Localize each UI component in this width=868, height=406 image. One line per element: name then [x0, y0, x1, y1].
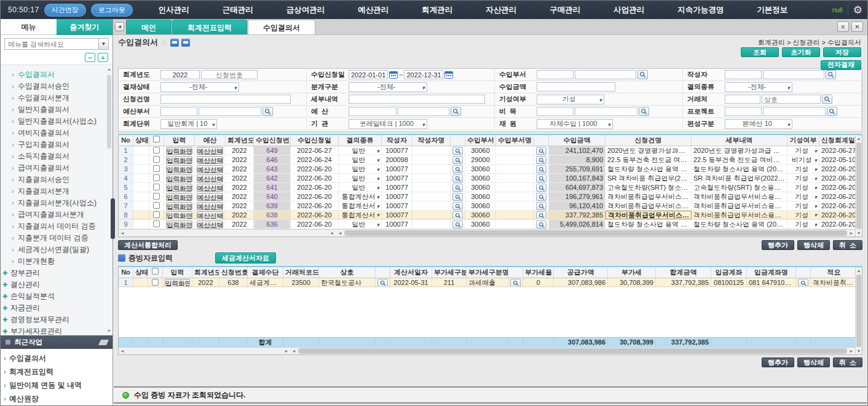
column-header[interactable]: 신청번호	[219, 267, 248, 278]
search-icon[interactable]	[452, 211, 463, 219]
sidebar-item[interactable]: 수입결의서	[1, 69, 112, 80]
column-header[interactable]: 입력	[164, 135, 195, 146]
completion-select[interactable]: 기성	[787, 211, 819, 219]
checkbox-cell[interactable]	[149, 174, 164, 182]
input-screen-button[interactable]: 입력화면	[164, 165, 195, 173]
scroll-right-icon[interactable]: ►	[283, 348, 290, 354]
search-cell[interactable]	[534, 165, 549, 173]
row-checkbox[interactable]	[153, 156, 160, 163]
completion-select[interactable]: 기성	[537, 95, 604, 104]
cancel-button[interactable]: 취 소	[833, 357, 862, 367]
agency-select[interactable]: 코레일테크 | 1000	[349, 119, 427, 129]
table-row[interactable]: 2입력화면예산선택20226462022-06-24일반200098290008…	[119, 155, 855, 165]
row-checkbox[interactable]	[153, 184, 160, 190]
checkbox-cell[interactable]	[149, 183, 164, 192]
column-header[interactable]	[376, 267, 390, 278]
vertical-scrollbar[interactable]: ▲ ▼	[855, 135, 862, 236]
completion-select[interactable]: 기성	[787, 220, 819, 228]
column-header[interactable]: 거래처코드	[283, 267, 319, 278]
column-header[interactable]: 신청건명	[606, 135, 692, 146]
writer-name-input[interactable]	[763, 70, 824, 79]
request-title-input[interactable]	[160, 95, 291, 104]
search-icon[interactable]	[536, 221, 546, 228]
table-row[interactable]: 6입력화면예산선택20226402022-06-20통합계산서100077300…	[119, 192, 855, 201]
column-header[interactable]	[149, 135, 164, 146]
project-name-input[interactable]	[763, 107, 826, 116]
scrollbar-thumb[interactable]	[856, 275, 861, 347]
cell-request-no[interactable]: 639	[254, 201, 291, 210]
expense-item-name-input[interactable]	[575, 107, 637, 116]
checkbox-cell[interactable]	[148, 278, 163, 287]
decision-type-select[interactable]: 일반	[339, 183, 382, 192]
budget-select-button[interactable]: 예산선택	[195, 165, 226, 173]
search-icon[interactable]	[452, 202, 463, 210]
decision-type-select[interactable]: 통합계산서	[339, 201, 382, 210]
expense-item-code-input[interactable]	[537, 107, 574, 116]
column-header[interactable]: No	[119, 135, 133, 146]
save-button[interactable]: 저장	[823, 47, 861, 57]
decision-type-select[interactable]: 일반	[339, 146, 382, 155]
row-checkbox[interactable]	[153, 165, 160, 172]
cell-request-no[interactable]: 638	[254, 211, 291, 219]
request-number-input[interactable]	[201, 70, 258, 79]
search-cell[interactable]	[534, 146, 549, 155]
document-tab[interactable]: 메인	[126, 20, 172, 34]
budget-dept-name-input[interactable]	[199, 107, 261, 116]
budget-select-button[interactable]: 예산선택	[197, 184, 223, 192]
cell-amount[interactable]: 5,499,026,814	[549, 220, 606, 228]
cell-request-no[interactable]: 641	[254, 183, 291, 192]
table-row[interactable]: 9입력화면예산선택20226362022-06-20일반100077300605…	[119, 220, 855, 229]
column-header[interactable]: 적요	[811, 267, 855, 278]
search-cell[interactable]	[534, 211, 549, 219]
budget-select-button[interactable]: 예산선택	[195, 155, 226, 164]
checkbox-cell[interactable]	[149, 201, 164, 210]
search-icon[interactable]	[451, 107, 461, 116]
fund-source-select[interactable]: 자체수입 | 1000	[537, 119, 613, 129]
chevron-down-icon[interactable]: ▼	[99, 38, 109, 50]
table-row[interactable]: 1입력화면예산선택20226492022-06-27일반100077300602…	[119, 146, 855, 155]
search-icon[interactable]	[536, 202, 546, 210]
sidebar-item[interactable]: 지출결의서 데이터 검증	[1, 221, 112, 232]
column-header[interactable]: 입금계좌명	[747, 267, 796, 278]
column-header[interactable]: 공급가액	[554, 267, 608, 278]
search-cell[interactable]	[451, 220, 465, 228]
menu-search-input[interactable]	[4, 38, 99, 50]
cell-amount[interactable]: 337,792,385	[549, 211, 606, 219]
detail-input[interactable]	[349, 95, 485, 104]
decision-type-select[interactable]: 일반	[339, 155, 382, 164]
budget-select-button[interactable]: 예산선택	[197, 165, 223, 173]
recent-task-item[interactable]: 회계전표입력	[1, 365, 112, 378]
reset-button[interactable]: 초기화	[782, 47, 820, 57]
main-menu-item[interactable]: 자산관리	[486, 5, 516, 15]
budget-select-button[interactable]: 예산선택	[195, 220, 226, 228]
search-cell[interactable]	[451, 201, 465, 210]
sidebar-item[interactable]: 세금계산서연결(일괄)	[1, 244, 112, 256]
project-code-input[interactable]	[725, 107, 762, 116]
main-menu-item[interactable]: 기본정보	[757, 5, 787, 15]
income-dept-name-input[interactable]	[575, 70, 636, 79]
main-menu-item[interactable]: 급상여관리	[286, 5, 325, 15]
checkbox-cell[interactable]	[149, 220, 164, 228]
income-date-to-input[interactable]	[404, 70, 443, 79]
main-menu-item[interactable]: 근태관리	[223, 5, 253, 15]
cell-request-no[interactable]: 640	[254, 192, 291, 201]
cell-amount[interactable]: 255,709,691	[549, 165, 606, 173]
column-header[interactable]: 상호	[319, 267, 376, 278]
column-header[interactable]: 부가세구분명	[467, 267, 508, 278]
income-dept-code-input[interactable]	[537, 70, 574, 79]
cancel-button[interactable]: 취 소	[833, 240, 862, 250]
sidebar-item[interactable]: 일반지출결의서	[1, 104, 112, 115]
table-row[interactable]: 5입력화면예산선택20226412022-06-20일반100077300606…	[119, 183, 855, 192]
search-cell[interactable]	[796, 278, 811, 287]
eraser-icon[interactable]	[98, 340, 109, 345]
column-header[interactable]: 수입신청번호	[254, 135, 291, 146]
recent-task-item[interactable]: 수입결의서	[1, 351, 112, 365]
column-header[interactable]: 예산	[195, 135, 226, 146]
column-header[interactable]: No	[119, 267, 133, 278]
column-header[interactable]: 입금계좌	[711, 267, 747, 278]
row-checkbox[interactable]	[153, 174, 160, 181]
column-header[interactable]: 수입금액	[549, 135, 606, 146]
budget-dept-code-input[interactable]	[160, 107, 197, 116]
column-header[interactable]: 회계년도	[226, 135, 254, 146]
decision-type-select[interactable]: 통합계산서	[339, 192, 382, 201]
